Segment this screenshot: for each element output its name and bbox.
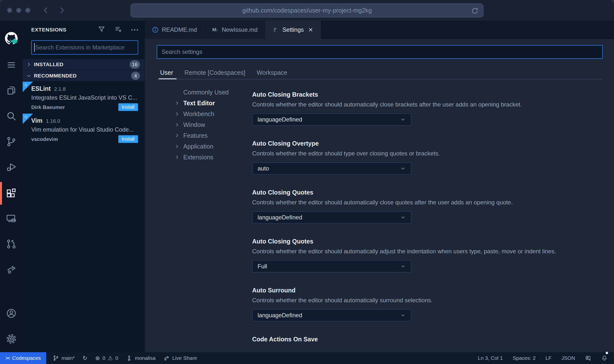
indent-label: Spaces: 2 (513, 355, 536, 361)
tree-item-workbench[interactable]: Workbench (157, 108, 252, 119)
run-debug-button[interactable] (0, 155, 23, 181)
feedback-icon (585, 355, 591, 361)
chevron-left-icon (42, 11, 50, 15)
indentation-indicator[interactable]: Spaces: 2 (513, 352, 536, 364)
chevron-down-icon (400, 166, 406, 171)
close-window-button[interactable] (7, 8, 12, 13)
cursor-position[interactable]: Ln 3, Col 1 (478, 352, 503, 364)
notifications-button[interactable] (601, 352, 608, 364)
settings-gear-button[interactable] (0, 327, 23, 352)
setting-title: Auto Closing Quotes (252, 189, 556, 196)
sync-icon: ↻ (83, 355, 87, 361)
extensions-button[interactable] (0, 181, 23, 206)
branch-indicator[interactable]: main* (53, 352, 75, 364)
sidebar-title: EXTENSIONS (31, 27, 66, 33)
close-tab-icon[interactable] (308, 27, 314, 33)
extensions-icon (6, 187, 17, 199)
tab-settings[interactable]: Settings (265, 21, 321, 39)
tree-label: Window (183, 121, 205, 128)
user-indicator[interactable]: monalisa (126, 352, 155, 364)
more-actions-icon[interactable] (131, 29, 138, 30)
maximize-window-button[interactable] (25, 8, 31, 13)
setting-select[interactable]: languageDefined (252, 113, 411, 126)
live-share-status[interactable]: Live Share (163, 352, 197, 364)
github-codespaces-logo (0, 25, 23, 53)
live-share-label: Live Share (172, 355, 197, 361)
editor-tabs: README.md M↓ NewIssue.md Settings (145, 21, 614, 39)
filter-icon[interactable] (98, 26, 105, 34)
bell-icon (601, 355, 608, 361)
scope-tab-workspace[interactable]: Workspace (257, 66, 287, 79)
markdown-icon: M↓ (212, 27, 218, 33)
files-icon (6, 85, 17, 97)
section-recommended[interactable]: RECOMMENDED 4 (23, 70, 144, 81)
text-caret (34, 43, 35, 52)
pull-requests-button[interactable] (0, 232, 23, 257)
tab-readme[interactable]: README.md (145, 21, 205, 39)
select-value: Full (258, 263, 267, 270)
tree-item-commonly-used[interactable]: Commonly Used (157, 87, 252, 98)
refresh-button[interactable] (471, 7, 479, 15)
setting-select[interactable]: auto (252, 162, 411, 175)
tab-label: Settings (282, 26, 304, 33)
app-shell: EXTENSIONS INSTALLED 16 RECOMMENDED 4 (0, 21, 614, 352)
extension-description: Vim emulation for Visual Studio Code... (31, 126, 138, 133)
chevron-down-icon (400, 263, 406, 269)
settings-search-input[interactable] (157, 45, 603, 59)
window-controls (7, 8, 31, 13)
forward-button[interactable] (58, 7, 65, 14)
explorer-button[interactable] (0, 78, 23, 104)
browser-window: github.com/codespaces/user-my-project-mg… (0, 0, 614, 364)
eol-indicator[interactable]: LF (545, 352, 552, 364)
extension-row-eslint[interactable]: ☆ ESLint 2.1.8 Integrates ESLint JavaScr… (23, 82, 144, 114)
sync-button[interactable]: ↻ (83, 352, 87, 364)
tree-item-window[interactable]: Window (157, 119, 252, 130)
language-label: JSON (561, 355, 575, 361)
eol-label: LF (545, 355, 552, 361)
back-button[interactable] (42, 7, 50, 14)
address-bar[interactable]: github.com/codespaces/user-my-project-mg… (131, 3, 484, 17)
tree-item-features[interactable]: Features (157, 130, 252, 141)
problems-indicator[interactable]: ⊗ 0 ⚠ 0 (95, 352, 118, 364)
remote-explorer-button[interactable] (0, 206, 23, 232)
setting-select[interactable]: languageDefined (252, 309, 411, 321)
chevron-down-icon (26, 73, 31, 78)
source-control-button[interactable] (0, 129, 23, 155)
live-share-button[interactable] (0, 257, 23, 283)
chevron-right-icon (175, 133, 180, 138)
hamburger-icon (6, 60, 17, 71)
minimize-window-button[interactable] (16, 8, 21, 13)
extensions-search-input[interactable] (31, 40, 138, 55)
menu-button[interactable] (0, 53, 23, 78)
setting-select[interactable]: Full (252, 260, 411, 273)
extension-row-vim[interactable]: ☆ Vim 1.16.0 Vim emulation for Visual St… (23, 114, 144, 146)
tab-newissue[interactable]: M↓ NewIssue.md (205, 21, 265, 39)
tree-label: Text Editor (183, 100, 215, 107)
feedback-button[interactable] (585, 352, 591, 364)
extension-name: ESLint (31, 85, 51, 92)
user-name: monalisa (135, 355, 155, 361)
recommended-ribbon: ☆ (23, 82, 33, 92)
scope-tab-remote[interactable]: Remote [Codespaces] (184, 66, 245, 79)
live-share-icon (163, 355, 170, 361)
tree-item-application[interactable]: Application (157, 141, 252, 152)
install-button[interactable]: Install (118, 103, 138, 111)
chevron-right-icon (175, 122, 180, 127)
clear-extensions-search-icon[interactable] (115, 26, 122, 34)
codespaces-remote-button[interactable]: >< Codespaces (0, 352, 46, 364)
star-icon: ☆ (24, 114, 28, 120)
tree-item-extensions[interactable]: Extensions (157, 152, 252, 163)
section-installed[interactable]: INSTALLED 16 (23, 59, 144, 70)
git-branch-icon (53, 355, 59, 361)
setting-select[interactable]: languageDefined (252, 211, 411, 224)
language-mode[interactable]: JSON (561, 352, 575, 364)
tree-item-text-editor[interactable]: Text Editor (157, 98, 252, 108)
activity-bar (0, 21, 23, 352)
scope-tab-user[interactable]: User (160, 66, 173, 79)
info-icon (152, 27, 158, 33)
install-button[interactable]: Install (118, 135, 138, 143)
select-value: languageDefined (258, 214, 302, 221)
search-button[interactable] (0, 104, 23, 129)
account-button[interactable] (0, 301, 23, 327)
tab-label: NewIssue.md (222, 26, 258, 33)
